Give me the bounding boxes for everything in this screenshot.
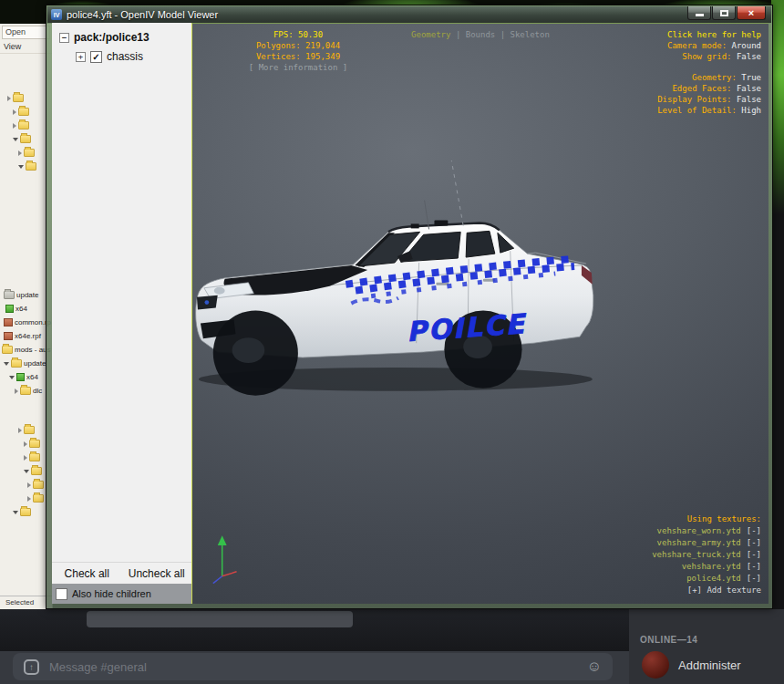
- tree-row[interactable]: [0, 160, 52, 173]
- texture-row: vehshare.ytd[-]: [652, 561, 761, 573]
- folder-icon: [29, 453, 40, 461]
- tree-row[interactable]: x64e.rpf: [0, 329, 52, 343]
- message-input[interactable]: [49, 660, 577, 674]
- folder-icon: [31, 467, 42, 475]
- tree-row[interactable]: [0, 464, 52, 478]
- more-information-link[interactable]: [ More information ]: [218, 62, 378, 73]
- explorer-tab[interactable]: Open: [2, 26, 50, 39]
- model-node-chassis[interactable]: + ✓ chassis: [76, 50, 191, 63]
- help-link[interactable]: Click here for help: [657, 29, 761, 40]
- explorer-status-text: Selected: [0, 596, 52, 606]
- tree-row[interactable]: update: [0, 288, 52, 302]
- uncheck-all-button[interactable]: Uncheck all: [122, 563, 192, 584]
- chevron-right-icon: [15, 389, 18, 394]
- texture-row: vehshare_army.ytd[-]: [652, 537, 761, 549]
- chevron-right-icon: [13, 109, 16, 115]
- setting-geometry[interactable]: Geometry: True: [657, 72, 761, 83]
- setting-level-of-detail[interactable]: Level of Detail: High: [657, 105, 761, 116]
- also-hide-children-label: Also hide children: [72, 588, 151, 599]
- tree-row[interactable]: [0, 437, 52, 451]
- collapse-icon[interactable]: −: [59, 33, 69, 43]
- chevron-down-icon: [9, 376, 15, 379]
- chevron-right-icon: [18, 428, 22, 433]
- tree-row[interactable]: [0, 423, 52, 437]
- maximize-icon: [720, 10, 728, 16]
- tree-row[interactable]: [0, 146, 52, 160]
- texture-row: vehshare_worn.ytd[-]: [652, 525, 761, 537]
- tree-row[interactable]: [0, 451, 52, 464]
- window-titlebar[interactable]: IV police4.yft - OpenIV Model Viewer ×: [47, 6, 771, 23]
- chevron-down-icon: [24, 470, 29, 473]
- tree-row[interactable]: [0, 478, 52, 492]
- member-name: Addminister: [678, 658, 741, 672]
- remove-texture-button[interactable]: [-]: [747, 562, 761, 571]
- tree-row[interactable]: x64: [0, 302, 52, 316]
- model-viewport[interactable]: POILCE FPS: 50.30 Polygons: 219,: [191, 23, 769, 604]
- chevron-right-icon: [7, 96, 11, 101]
- folder-icon: [26, 162, 36, 171]
- texture-name: vehshare_worn.ytd: [657, 526, 741, 535]
- folder-icon: [20, 135, 31, 143]
- tree-row[interactable]: [0, 505, 52, 519]
- tree-row[interactable]: [0, 91, 52, 105]
- remove-texture-button[interactable]: [-]: [747, 550, 761, 559]
- explorer-view-menu[interactable]: View: [0, 39, 52, 54]
- minimize-button[interactable]: [687, 6, 711, 20]
- setting-display-points[interactable]: Display Points: False: [657, 94, 761, 105]
- window-title: police4.yft - OpenIV Model Viewer: [67, 9, 218, 20]
- emoji-icon[interactable]: ☺: [587, 659, 602, 674]
- add-texture-button[interactable]: [+] Add texture: [652, 585, 761, 596]
- texture-name: police4.ytd: [686, 574, 741, 583]
- chevron-right-icon: [24, 455, 27, 461]
- check-all-button[interactable]: Check all: [52, 563, 122, 584]
- chassis-checkbox[interactable]: ✓: [90, 51, 102, 63]
- close-button[interactable]: ×: [737, 6, 766, 20]
- remove-texture-button[interactable]: [-]: [747, 538, 761, 547]
- tab-skeleton[interactable]: Skeleton: [511, 30, 550, 39]
- tab-geometry[interactable]: Geometry: [411, 30, 450, 39]
- setting-show-grid[interactable]: Show grid: False: [657, 51, 761, 62]
- folder-icon: [11, 359, 22, 368]
- folder-icon: [20, 508, 31, 516]
- upload-icon[interactable]: ↑: [24, 659, 39, 675]
- message-input-box[interactable]: ↑ ☺: [13, 653, 613, 680]
- setting-camera-mode[interactable]: Camera mode: Around: [657, 40, 761, 51]
- model-tree-panel: − pack:/police13 + ✓ chassis Check all U…: [52, 23, 191, 604]
- model-root-node[interactable]: − pack:/police13: [52, 23, 191, 44]
- chevron-down-icon: [13, 138, 18, 141]
- setting-edged-faces[interactable]: Edged Faces: False: [657, 83, 761, 94]
- remove-texture-button[interactable]: [-]: [747, 526, 761, 535]
- tree-row[interactable]: [0, 492, 52, 505]
- tree-row[interactable]: common.rp: [0, 316, 52, 329]
- model-root-label: pack:/police13: [74, 31, 150, 44]
- desktop: Open View update x64 common.rp x64e.rpf …: [0, 0, 784, 684]
- also-hide-children-row[interactable]: . Also hide children: [52, 584, 191, 604]
- also-hide-children-checkbox[interactable]: .: [56, 588, 67, 600]
- folder-icon: [2, 346, 13, 354]
- chat-main: ↑ ☺: [0, 609, 629, 684]
- maximize-button[interactable]: [712, 6, 736, 20]
- chat-panel: ↑ ☺ ONLINE—14 Addminister: [0, 609, 784, 684]
- avatar[interactable]: [642, 651, 669, 679]
- tree-row[interactable]: [0, 132, 52, 146]
- car-rear-window: [466, 231, 495, 257]
- tree-row[interactable]: dlc: [0, 384, 52, 398]
- folder-icon: [24, 149, 35, 157]
- tree-row[interactable]: mods - aus: [0, 343, 52, 357]
- member-row[interactable]: Addminister: [642, 651, 741, 679]
- tree-row-label: update: [16, 291, 38, 299]
- openiv-model-viewer-window: IV police4.yft - OpenIV Model Viewer × −…: [46, 5, 773, 609]
- remove-texture-button[interactable]: [-]: [747, 574, 761, 583]
- chevron-down-icon: [18, 165, 24, 169]
- package-icon: [16, 373, 25, 381]
- tree-row[interactable]: update: [0, 357, 52, 370]
- tree-row[interactable]: [0, 105, 52, 119]
- tree-row[interactable]: [0, 119, 52, 132]
- car-front-suspension: [232, 337, 265, 363]
- car-antenna-dashed: [451, 161, 463, 225]
- chat-attachment-bar[interactable]: [87, 611, 353, 627]
- tree-row[interactable]: x64: [0, 370, 52, 384]
- tree-row-label: x64e.rpf: [15, 332, 41, 340]
- tab-bounds[interactable]: Bounds: [466, 30, 496, 39]
- expand-icon[interactable]: +: [76, 52, 86, 62]
